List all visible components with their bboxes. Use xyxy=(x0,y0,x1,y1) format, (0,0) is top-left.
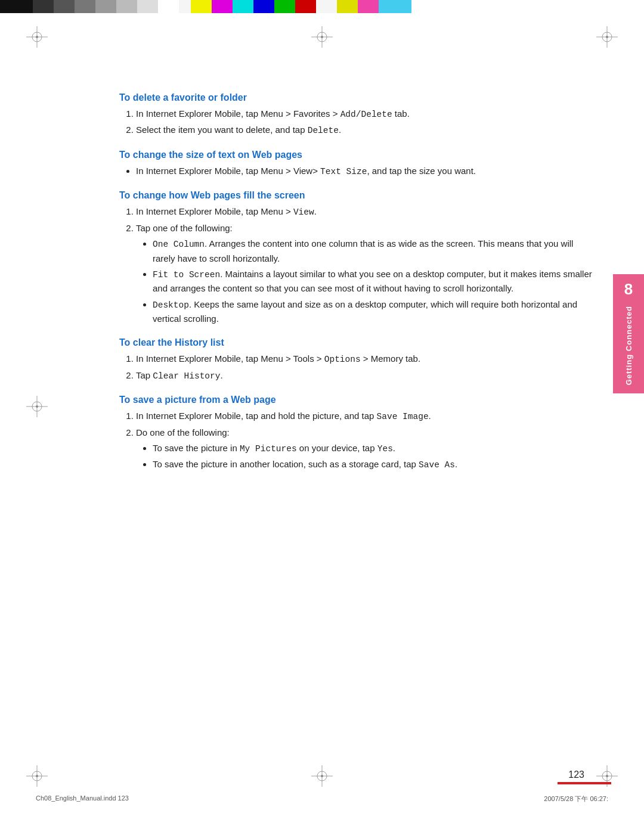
main-content: To delete a favorite or folder In Intern… xyxy=(119,80,596,753)
reg-mark-top-right xyxy=(596,26,618,48)
section-change-fill: To change how Web pages fill the screen … xyxy=(119,190,596,325)
list-item: In Internet Explorer Mobile, tap Menu > … xyxy=(136,107,596,121)
list-item: Select the item you want to delete, and … xyxy=(136,123,596,137)
chapter-tab: 8 Getting Connected xyxy=(613,274,644,393)
chapter-title: Getting Connected xyxy=(624,306,633,385)
section-delete-favorite: To delete a favorite or folder In Intern… xyxy=(119,92,596,138)
list-item: Tap one of the following: One Column. Ar… xyxy=(136,221,596,325)
list-item: Fit to Screen. Maintains a layout simila… xyxy=(153,267,596,296)
list-item: One Column. Arranges the content into on… xyxy=(153,237,596,265)
svg-point-11 xyxy=(321,36,323,38)
list-clear-history: In Internet Explorer Mobile, tap Menu > … xyxy=(136,352,596,383)
reg-mark-bottom-center xyxy=(311,765,333,787)
list-change-text-size: In Internet Explorer Mobile, tap Menu > … xyxy=(136,164,596,178)
footer-right: 2007/5/28 下午 06:27: xyxy=(544,795,608,803)
reg-mark-top-left xyxy=(26,26,48,48)
reg-mark-mid-left xyxy=(26,396,48,417)
heading-change-fill: To change how Web pages fill the screen xyxy=(119,190,596,201)
section-save-picture: To save a picture from a Web page In Int… xyxy=(119,395,596,472)
list-item: In Internet Explorer Mobile, tap Menu > … xyxy=(136,204,596,219)
list-item: To save the picture in another location,… xyxy=(153,457,596,471)
nested-list-save: To save the picture in My Pictures on yo… xyxy=(153,441,596,472)
list-item: Desktop. Keeps the same layout and size … xyxy=(153,297,596,326)
list-item: In Internet Explorer Mobile, tap Menu > … xyxy=(136,164,596,178)
chapter-number: 8 xyxy=(624,280,633,299)
svg-point-19 xyxy=(36,775,38,777)
page-number-underline xyxy=(558,782,611,784)
heading-clear-history: To clear the History list xyxy=(119,337,596,348)
svg-point-15 xyxy=(36,405,38,408)
list-item: In Internet Explorer Mobile, tap and hol… xyxy=(136,409,596,423)
svg-point-3 xyxy=(36,36,38,38)
reg-mark-bottom-left xyxy=(26,765,48,787)
list-item: In Internet Explorer Mobile, tap Menu > … xyxy=(136,352,596,366)
list-item: Do one of the following: To save the pic… xyxy=(136,426,596,472)
heading-change-text-size: To change the size of text on Web pages xyxy=(119,150,596,160)
bottom-footer: Ch08_English_Manual.indd 123 2007/5/28 下… xyxy=(36,795,608,803)
svg-point-27 xyxy=(606,775,608,777)
heading-save-picture: To save a picture from a Web page xyxy=(119,395,596,405)
reg-mark-top-center xyxy=(311,26,333,48)
svg-point-23 xyxy=(321,775,323,777)
footer-left: Ch08_English_Manual.indd 123 xyxy=(36,795,129,803)
list-delete-favorite: In Internet Explorer Mobile, tap Menu > … xyxy=(136,107,596,138)
list-item: To save the picture in My Pictures on yo… xyxy=(153,441,596,455)
svg-point-7 xyxy=(606,36,608,38)
page-number: 123 xyxy=(568,769,584,780)
list-save-picture: In Internet Explorer Mobile, tap and hol… xyxy=(136,409,596,472)
section-change-text-size: To change the size of text on Web pages … xyxy=(119,150,596,178)
color-bar xyxy=(0,0,644,13)
heading-delete-favorite: To delete a favorite or folder xyxy=(119,92,596,103)
list-change-fill: In Internet Explorer Mobile, tap Menu > … xyxy=(136,204,596,325)
list-item: Tap Clear History. xyxy=(136,368,596,383)
nested-list-fill: One Column. Arranges the content into on… xyxy=(153,237,596,325)
section-clear-history: To clear the History list In Internet Ex… xyxy=(119,337,596,383)
